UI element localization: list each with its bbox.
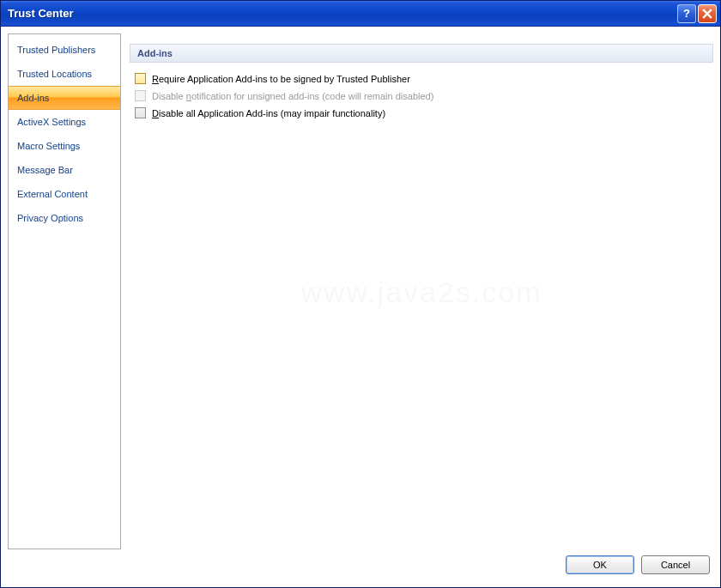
watermark: www.java2s.com <box>300 275 542 308</box>
checkbox-disable-all-addins[interactable] <box>135 107 146 118</box>
checkbox-disable-notification <box>135 90 146 101</box>
upper-area: Trusted Publishers Trusted Locations Add… <box>8 33 713 549</box>
titlebar-buttons: ? <box>677 4 717 23</box>
sidebar-item-message-bar[interactable]: Message Bar <box>9 158 120 182</box>
option-disable-all-addins[interactable]: Disable all Application Add-ins (may imp… <box>135 107 708 118</box>
help-button[interactable]: ? <box>677 4 696 23</box>
main-panel: Add-ins Require Application Add-ins to b… <box>130 33 713 549</box>
option-label: Require Application Add-ins to be signed… <box>152 74 410 84</box>
client-area: Trusted Publishers Trusted Locations Add… <box>1 27 720 587</box>
sidebar-item-macro-settings[interactable]: Macro Settings <box>9 134 120 158</box>
cancel-button[interactable]: Cancel <box>641 555 710 574</box>
sidebar-item-trusted-locations[interactable]: Trusted Locations <box>9 62 120 86</box>
sidebar-item-privacy-options[interactable]: Privacy Options <box>9 206 120 230</box>
sidebar-item-external-content[interactable]: External Content <box>9 182 120 206</box>
option-disable-notification: Disable notification for unsigned add-in… <box>135 90 708 101</box>
close-icon <box>702 9 712 19</box>
titlebar-title: Trust Center <box>8 7 677 20</box>
option-label: Disable all Application Add-ins (may imp… <box>152 108 385 118</box>
button-bar: OK Cancel <box>8 549 713 580</box>
section-header-add-ins: Add-ins <box>130 44 713 63</box>
option-require-signed[interactable]: Require Application Add-ins to be signed… <box>135 73 708 84</box>
sidebar-item-add-ins[interactable]: Add-ins <box>9 86 120 110</box>
sidebar-item-activex-settings[interactable]: ActiveX Settings <box>9 110 120 134</box>
close-button[interactable] <box>698 4 717 23</box>
sidebar-item-trusted-publishers[interactable]: Trusted Publishers <box>9 38 120 62</box>
checkbox-require-signed[interactable] <box>135 73 146 84</box>
options-group: Require Application Add-ins to be signed… <box>130 63 713 129</box>
sidebar: Trusted Publishers Trusted Locations Add… <box>8 33 121 549</box>
help-icon: ? <box>683 7 690 20</box>
trust-center-dialog: Trust Center ? Trusted Publishers Truste… <box>0 0 721 588</box>
titlebar: Trust Center ? <box>1 1 720 27</box>
ok-button[interactable]: OK <box>566 555 634 574</box>
option-label: Disable notification for unsigned add-in… <box>152 91 433 101</box>
